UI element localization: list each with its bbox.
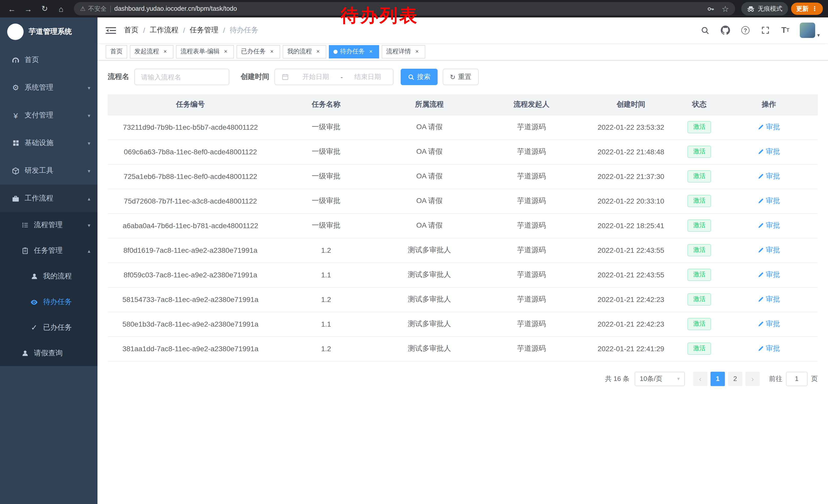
prev-page-button[interactable]: ‹ [693,371,707,386]
cell-initiator: 芋道源码 [480,287,583,312]
bookmark-star-icon[interactable]: ☆ [721,4,729,13]
chevron-up-icon: ▴ [88,248,90,254]
next-page-button[interactable]: › [745,371,760,386]
cell-task-name: 一级审批 [273,164,379,189]
sidebar-item-process-mgmt[interactable]: 流程管理 ▾ [0,212,97,238]
status-badge: 激活 [688,220,711,231]
approve-link[interactable]: 审批 [758,245,780,255]
approve-link[interactable]: 审批 [758,319,780,329]
chrome-update-button[interactable]: 更新 ⋮ [791,3,823,15]
approve-link[interactable]: 审批 [758,196,780,205]
table-row: 8f0d1619-7ac8-11ec-a9e2-a2380e71991a 1.2… [108,238,818,263]
approve-link[interactable]: 审批 [758,270,780,279]
gear-icon: ⚙ [11,83,20,92]
sidebar-item-task-mgmt[interactable]: 任务管理 ▴ [0,238,97,264]
tab[interactable]: 首页 × [106,45,127,58]
key-icon[interactable] [705,3,716,14]
tab-close-icon[interactable]: × [222,48,229,55]
back-icon[interactable]: ← [5,2,18,15]
tab[interactable]: 待办任务 × [329,45,379,58]
font-size-icon[interactable]: TT [780,25,791,36]
cell-initiator: 芋道源码 [480,238,583,263]
tab[interactable]: 我的流程 × [283,45,326,58]
reload-icon[interactable]: ↻ [38,2,51,15]
person-icon [20,350,29,357]
approve-link[interactable]: 审批 [758,147,780,156]
cell-status: 激活 [679,164,720,189]
github-icon[interactable] [720,25,731,36]
tab[interactable]: 已办任务 × [237,45,280,58]
breadcrumb-workflow[interactable]: 工作流程 [150,26,178,35]
approve-link[interactable]: 审批 [758,172,780,181]
sidebar-item-infra[interactable]: 基础设施 ▾ [0,129,97,157]
status-badge: 激活 [688,195,711,207]
incognito-icon [747,5,755,12]
pencil-icon [758,149,764,155]
search-icon[interactable] [700,25,711,36]
help-icon[interactable]: ? [740,25,751,36]
sidebar-item-todo-task[interactable]: 待办任务 [0,289,97,315]
cell-created-time: 2022-01-21 22:43:55 [583,238,679,263]
tab-close-icon[interactable]: × [413,48,421,55]
chevron-down-icon: ▾ [88,140,90,146]
breadcrumb-home[interactable]: 首页 [124,26,138,35]
start-date-placeholder[interactable]: 开始日期 [295,72,336,82]
reset-button[interactable]: ↻ 重置 [443,69,479,85]
cell-action: 审批 [720,263,818,287]
breadcrumb-current: 待办任务 [230,26,258,35]
tab[interactable]: 发起流程 × [130,45,173,58]
cell-action: 审批 [720,139,818,164]
page-number-button[interactable]: 1 [710,371,725,386]
tab-close-icon[interactable]: × [315,48,322,55]
pagination: 共 16 条 10条/页 ▾ ‹ 12 › 前往 [108,371,818,386]
sidebar-item-done-task[interactable]: ✓ 已办任务 [0,315,97,340]
search-button[interactable]: 搜索 [401,69,438,85]
user-menu[interactable]: ▾ [800,22,820,38]
sidebar-item-system[interactable]: ⚙ 系统管理 ▾ [0,74,97,101]
chevron-down-icon: ▾ [88,222,90,228]
avatar[interactable] [800,22,815,38]
column-header: 任务编号 [108,94,273,115]
pencil-icon [758,124,764,130]
sidebar-item-leave-query[interactable]: 请假查询 [0,340,97,366]
table-row: a6aba0a4-7b6d-11ec-b781-acde48001122 一级审… [108,213,818,238]
status-badge: 激活 [688,318,711,330]
avatar-caret-icon: ▾ [817,32,820,38]
page-number-button[interactable]: 2 [728,371,742,386]
end-date-placeholder[interactable]: 结束日期 [347,72,388,82]
cell-process: OA 请假 [379,139,480,164]
date-range-picker[interactable]: 开始日期 - 结束日期 [275,69,394,85]
sidebar-logo-row[interactable]: 芋道管理系统 [0,17,97,46]
tab[interactable]: 流程详情 × [382,45,425,58]
approve-link[interactable]: 审批 [758,123,780,132]
sidebar-item-home[interactable]: 首页 [0,46,97,74]
page-size-select[interactable]: 10条/页 ▾ [634,371,685,386]
tab-close-icon[interactable]: × [367,48,374,55]
sidebar-item-devtools[interactable]: 研发工具 ▾ [0,157,97,185]
tab[interactable]: 流程表单-编辑 × [176,45,234,58]
sidebar-item-my-process[interactable]: 我的流程 [0,264,97,289]
pencil-icon [758,223,764,229]
cell-task-name: 1.1 [273,312,379,336]
fullscreen-icon[interactable] [760,25,771,36]
approve-link[interactable]: 审批 [758,344,780,353]
cell-action: 审批 [720,312,818,336]
breadcrumb-task-mgmt[interactable]: 任务管理 [190,26,218,35]
not-secure-badge[interactable]: ⚠ 不安全 [80,4,107,13]
tab-close-icon[interactable]: × [268,48,276,55]
goto-page-input[interactable] [786,371,808,386]
sidebar-collapse-icon[interactable] [106,26,116,35]
approve-link[interactable]: 审批 [758,295,780,304]
sidebar-item-workflow[interactable]: 工作流程 ▴ [0,185,97,212]
browser-menu-icon[interactable]: ⋮ [812,5,818,12]
approve-link[interactable]: 审批 [758,221,780,230]
cell-task-id: 069c6a63-7b8a-11ec-8ef0-acde48001122 [108,139,273,164]
tab-close-icon[interactable]: × [162,48,169,55]
forward-icon[interactable]: → [22,2,35,15]
pencil-icon [758,247,764,253]
cell-task-id: 75d72608-7b7f-11ec-a3c8-acde48001122 [108,189,273,213]
home-icon[interactable]: ⌂ [54,2,68,15]
sidebar-item-payment[interactable]: ¥ 支付管理 ▾ [0,101,97,129]
table-row: 58154733-7ac8-11ec-a9e2-a2380e71991a 1.2… [108,287,818,312]
process-name-input[interactable] [134,69,229,85]
